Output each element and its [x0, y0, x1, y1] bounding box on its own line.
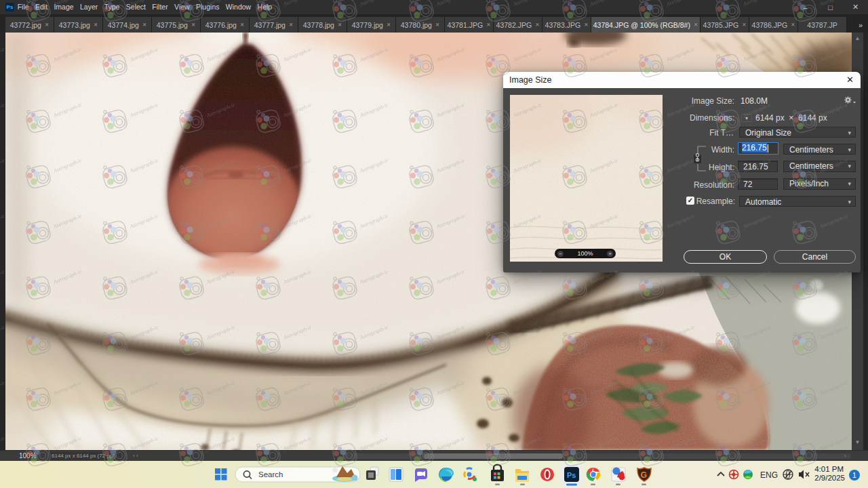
svg-text:Search: Search [258, 470, 283, 479]
svg-text:Ps: Ps [567, 471, 576, 479]
svg-text:4:01 PM: 4:01 PM [814, 465, 844, 473]
svg-text:G: G [641, 470, 647, 480]
svg-text:2/9/2025: 2/9/2025 [814, 474, 845, 482]
svg-text:1: 1 [852, 471, 856, 479]
svg-text:ENG: ENG [760, 470, 778, 480]
